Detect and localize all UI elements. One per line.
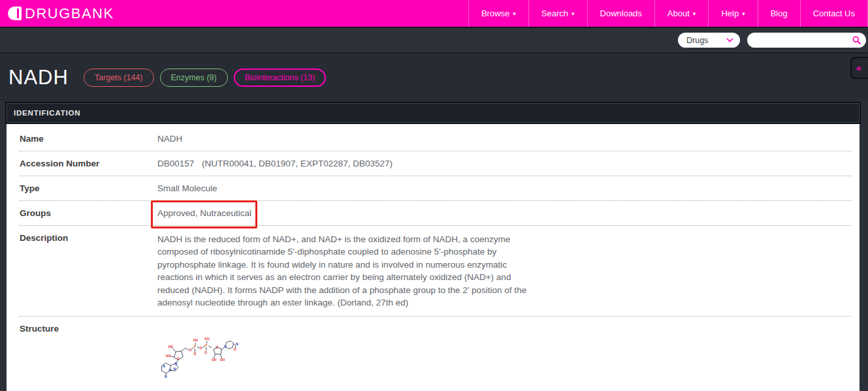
search-icon[interactable] <box>852 36 861 44</box>
caret-down-icon: ▾ <box>513 10 516 17</box>
biointeractions-pill[interactable]: Biointeractions (13) <box>234 69 327 87</box>
collapse-sidebar-button[interactable]: « <box>850 57 868 79</box>
svg-text:P: P <box>205 343 208 347</box>
chevron-down-icon <box>726 38 733 42</box>
field-label: Structure <box>20 324 157 379</box>
nav-item-search[interactable]: Search ▾ <box>528 0 587 27</box>
drugbank-logo[interactable]: DRUGBANK <box>8 5 114 22</box>
svg-text:HO: HO <box>166 354 171 358</box>
accession-primary: DB00157 <box>157 159 194 168</box>
svg-text:N: N <box>174 368 176 371</box>
svg-text:O: O <box>234 347 236 351</box>
nav-item-label: Blog <box>771 8 788 18</box>
field-label: Name <box>20 134 157 144</box>
field-value: N N N N N O HO HO O P O OH O P O OH O <box>157 324 238 379</box>
field-value: NADH <box>157 134 182 144</box>
nav-item-label: Downloads <box>600 8 642 18</box>
molecule-structure-image[interactable]: N N N N N O HO HO O P O OH O P O OH O <box>157 337 238 379</box>
svg-text:N: N <box>169 368 171 372</box>
svg-text:OH: OH <box>212 358 217 362</box>
nav-item-label: Search <box>541 8 568 18</box>
drugbank-logo-icon <box>8 7 22 20</box>
accession-secondary: (NUTR00041, DB01907, EXPT02287, DB03527) <box>202 159 393 168</box>
field-value: NADH is the reduced form of NAD+, and NA… <box>157 233 535 309</box>
search-box <box>747 33 866 48</box>
svg-text:O: O <box>200 347 202 351</box>
svg-text:N: N <box>224 345 227 349</box>
field-label: Description <box>20 233 157 309</box>
nav-item-label: About <box>667 8 690 18</box>
nav-item-label: Contact Us <box>813 8 855 18</box>
field-value: Small Molecule <box>157 183 217 193</box>
nav-item-label: Browse <box>481 8 509 18</box>
table-row-groups: Groups Approved, Nutraceutical <box>20 201 852 226</box>
field-label: Accession Number <box>20 159 157 168</box>
svg-text:HO: HO <box>168 345 173 349</box>
svg-text:OH: OH <box>204 337 210 341</box>
targets-pill[interactable]: Targets (144) <box>84 69 154 87</box>
svg-text:N: N <box>174 362 177 366</box>
drugbank-logo-text: DRUGBANK <box>25 5 114 22</box>
table-row-name: Name NADH <box>20 127 852 151</box>
nav-item-about[interactable]: About ▾ <box>654 0 709 27</box>
nav-item-blog[interactable]: Blog <box>758 0 800 27</box>
main-nav: Browse ▾ Search ▾ Downloads About ▾ Help… <box>468 0 868 27</box>
search-category-value: Drugs <box>686 36 708 45</box>
caret-down-icon: ▾ <box>571 10 575 17</box>
svg-text:O: O <box>189 348 191 352</box>
caret-down-icon: ▾ <box>742 10 745 17</box>
field-label: Type <box>20 183 157 193</box>
caret-down-icon: ▾ <box>693 10 696 17</box>
search-input[interactable] <box>755 36 852 45</box>
svg-text:OH: OH <box>220 358 225 362</box>
table-row-type: Type Small Molecule <box>20 176 852 201</box>
page-title: NADH <box>8 66 69 89</box>
top-navbar: DRUGBANK Browse ▾ Search ▾ Downloads Abo… <box>0 0 868 28</box>
groups-value: Approved, Nutraceutical <box>157 208 251 218</box>
double-chevron-left-icon: « <box>856 63 861 73</box>
nav-item-contact-us[interactable]: Contact Us <box>800 0 868 27</box>
enzymes-pill[interactable]: Enzymes (9) <box>160 69 228 87</box>
svg-text:O: O <box>204 351 207 354</box>
field-value: Approved, Nutraceutical <box>157 208 251 218</box>
table-row-accession: Accession Number DB00157 (NUTR00041, DB0… <box>20 151 852 176</box>
nav-item-browse[interactable]: Browse ▾ <box>468 0 528 27</box>
nav-item-label: Help <box>721 8 739 18</box>
svg-text:N: N <box>236 342 238 346</box>
search-band: Drugs <box>0 28 868 54</box>
identification-section-header: IDENTIFICATION <box>7 103 860 123</box>
search-category-select[interactable]: Drugs <box>678 33 740 48</box>
section-title: IDENTIFICATION <box>14 109 80 117</box>
drug-title-band: NADH Targets (144) Enzymes (9) Biointera… <box>0 54 868 101</box>
nav-item-downloads[interactable]: Downloads <box>587 0 654 27</box>
summary-pills: Targets (144) Enzymes (9) Biointeraction… <box>84 69 327 87</box>
svg-text:O: O <box>177 356 180 360</box>
table-row-structure: Structure <box>20 317 852 386</box>
svg-text:P: P <box>194 345 197 349</box>
svg-text:OH: OH <box>193 339 199 343</box>
svg-text:O: O <box>194 352 197 356</box>
identification-panel: Name NADH Accession Number DB00157 (NUTR… <box>7 124 860 391</box>
field-value: DB00157 (NUTR00041, DB01907, EXPT02287, … <box>157 159 393 168</box>
svg-text:N: N <box>165 375 167 379</box>
svg-text:N: N <box>163 364 165 368</box>
table-row-description: Description NADH is the reduced form of … <box>20 226 852 317</box>
field-label: Groups <box>20 208 157 218</box>
svg-text:O: O <box>216 346 218 350</box>
nav-item-help[interactable]: Help ▾ <box>708 0 757 27</box>
